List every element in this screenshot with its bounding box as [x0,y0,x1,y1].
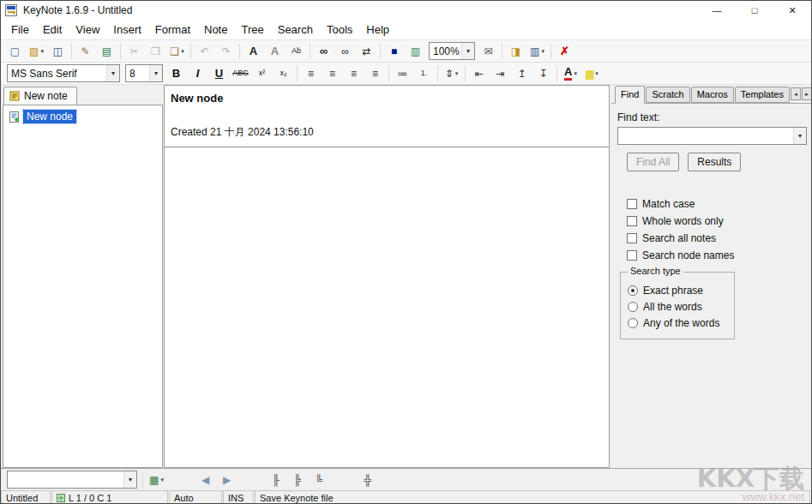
tab-label: Templates [741,89,784,99]
radio-any-of-the-words[interactable]: Any of the words [628,317,727,329]
find-button[interactable]: ∞ ▾ [314,42,334,61]
highlight-button[interactable]: ▆ ▾ [582,64,602,83]
file-manager-button[interactable]: ▤ ▾ [97,42,117,61]
menu-search[interactable]: Search [271,21,320,39]
maximize-button[interactable]: □ [736,1,773,20]
menu-note[interactable]: Note [197,21,234,39]
checkbox-search-node-names[interactable]: Search node names [627,249,812,261]
align-left-button[interactable]: ≡ ▾ [301,64,321,83]
menu-format[interactable]: Format [148,21,197,39]
chevron-down-icon[interactable]: ▾ [149,65,162,81]
node-checkbox-button[interactable]: ╬ ▾ [358,471,377,489]
radio-all-the-words[interactable]: All the words [628,301,727,313]
tab-macros[interactable]: Macros [691,87,734,103]
menu-edit[interactable]: Edit [36,21,69,39]
email-note-button[interactable]: ✉ ▾ [478,42,498,61]
history-back-button[interactable]: ◀ ▾ [195,471,215,489]
copy-button[interactable]: ❐ ▾ [146,42,165,61]
bold-icon: B [172,68,180,79]
checkbox-match-case[interactable]: Match case [627,198,812,210]
node-icon-picker-button[interactable]: ▦ ▾ [147,471,166,489]
menu-view[interactable]: View [69,21,106,39]
add-sibling-node-button[interactable]: ╚ ▾ [309,471,328,489]
outdent-button[interactable]: ⇤ ▾ [469,64,489,83]
cut-button[interactable]: ✂ ▾ [124,42,144,61]
strikethrough-button[interactable]: ABC ▾ [231,64,250,83]
tree-layout-button[interactable]: ▥ ▾ [527,42,547,61]
bold-button[interactable]: B ▾ [166,64,186,83]
note-color-button[interactable]: ■ ▾ [384,42,404,61]
checkbox-whole-words-only[interactable]: Whole words only [627,215,812,227]
note-tree-panel[interactable]: New node [3,105,163,468]
align-right-button[interactable]: ≡ ▾ [344,64,364,83]
align-center-button[interactable]: ≡ ▾ [322,64,342,83]
tab-templates[interactable]: Templates [735,87,790,103]
italic-button[interactable]: I ▾ [188,64,208,83]
underline-button[interactable]: U ▾ [209,64,229,83]
tab-scroll-left-icon[interactable]: ◄ [791,87,801,100]
file-properties-button[interactable]: ✎ ▾ [75,42,95,61]
history-forward-button[interactable]: ▶ ▾ [217,471,237,489]
find-text-combo[interactable]: ▾ [617,127,807,145]
font-dialog-button[interactable]: A ▾ [244,42,263,61]
indent-button[interactable]: ⇥ ▾ [490,64,510,83]
superscript-button[interactable]: x² ▾ [252,64,272,83]
space-after-button[interactable]: ↧ ▾ [533,64,553,83]
font-size-combo[interactable]: 8 ▾ [125,64,163,82]
checkbox-label: Match case [642,198,695,210]
node-style-combo[interactable]: ▾ [7,471,137,489]
menu-help[interactable]: Help [359,21,396,39]
resource-panel: Find Scratch Macros Templates [611,85,812,468]
open-file-button[interactable]: ▨ ▾ [27,42,46,61]
tab-find[interactable]: Find [615,86,645,104]
menu-tools[interactable]: Tools [320,21,359,39]
line-spacing-button[interactable]: ⇕ ▾ [442,64,461,83]
tab-new-note[interactable]: New note [3,87,77,105]
tab-scroll-right-icon[interactable]: ► [802,87,812,100]
insert-node-button[interactable]: ╟ ▾ [266,471,286,489]
subscript-button[interactable]: x₂ ▾ [274,64,293,83]
checkbox-search-all-notes[interactable]: Search all notes [627,232,812,244]
numbering-button[interactable]: 1. ▾ [414,64,434,83]
space-before-icon: ↥ [517,69,526,79]
align-justify-button[interactable]: ≡ ▾ [365,64,385,83]
new-file-button[interactable]: ▢ ▾ [5,42,25,61]
menu-tree[interactable]: Tree [234,21,270,39]
space-before-button[interactable]: ↥ ▾ [512,64,532,83]
font-name-combo[interactable]: MS Sans Serif ▾ [7,64,120,82]
chevron-down-icon[interactable]: ▾ [123,471,136,488]
exit-button[interactable]: ✗ ▾ [555,42,574,61]
find-next-button[interactable]: ∞ ▾ [335,42,355,61]
menu-insert[interactable]: Insert [106,21,148,39]
radio-exact-phrase[interactable]: Exact phrase [628,285,727,297]
note-properties-button[interactable]: ◨ ▾ [506,42,526,61]
note-editor-body[interactable] [165,147,609,430]
dropdown-caret-icon: ▾ [160,477,164,483]
bullets-button[interactable]: ≔ ▾ [393,64,412,83]
replace-button[interactable]: ⇄ ▾ [357,42,376,61]
note-tab-icon [9,91,20,101]
paragraph-dialog-button[interactable]: A ▾ [265,42,285,61]
language-button[interactable]: Ab ▾ [286,42,306,61]
chevron-down-icon[interactable]: ▾ [793,128,806,144]
outdent-icon: ⇤ [474,69,483,79]
chevron-down-icon[interactable]: ▾ [461,43,474,59]
font-color-button[interactable]: A ▾ [561,64,580,83]
checkbox-icon [627,233,637,243]
save-file-button[interactable]: ◫ ▾ [48,42,68,61]
menu-file[interactable]: File [4,21,36,39]
paste-button[interactable]: ❑ ▾ [167,42,187,61]
font-dialog-icon: A [250,45,257,57]
undo-button[interactable]: ↶ ▾ [195,42,214,61]
find-all-button[interactable]: Find All [627,153,679,171]
clipboard-capture-button[interactable]: ▥ ▾ [406,42,425,61]
close-button[interactable]: ✕ [773,1,811,20]
redo-button[interactable]: ↷ ▾ [216,42,236,61]
tree-node-new-node[interactable]: New node [5,109,160,124]
tab-scratch[interactable]: Scratch [646,87,689,103]
minimize-button[interactable]: — [698,1,736,20]
add-child-node-button[interactable]: ╠ ▾ [287,471,307,489]
results-button[interactable]: Results [688,153,741,171]
zoom-combo[interactable]: 100% ▾ [429,42,475,60]
chevron-down-icon[interactable]: ▾ [106,65,119,81]
